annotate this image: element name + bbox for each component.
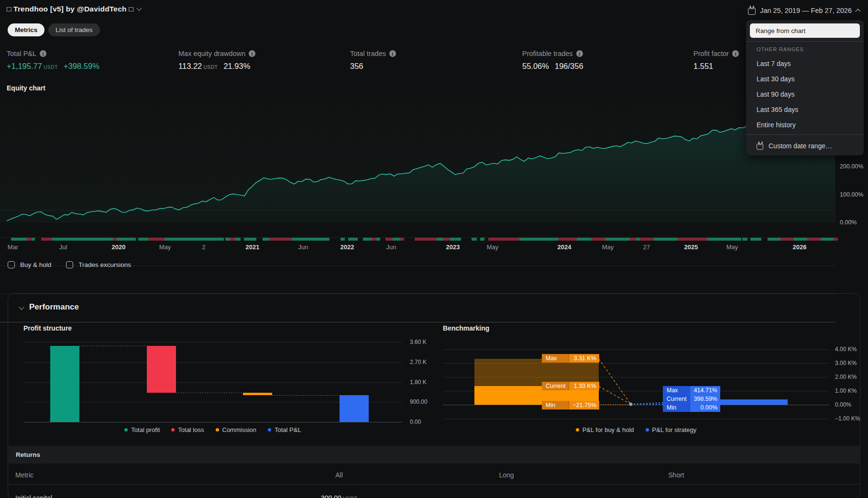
strip-segment — [244, 238, 256, 241]
overlay-toggles: Buy & hold Trades excursions — [8, 261, 131, 268]
y-axis-label: 4.00 K% — [835, 346, 857, 353]
stat-value-main: 55.06% — [522, 62, 549, 71]
info-icon[interactable]: i — [249, 50, 255, 57]
legend-item: Total profit — [124, 426, 160, 433]
y-axis-label: 0.00% — [835, 401, 851, 408]
strategy-stat-key: Max — [663, 386, 690, 395]
benchmarking-title: Benchmarking — [443, 324, 489, 332]
returns-section-header[interactable]: Returns — [9, 446, 859, 464]
dropdown-item-entire-history[interactable]: Entire history — [746, 118, 864, 132]
date-range-dropdown: Range from chart OTHER RANGES Last 7 day… — [746, 20, 864, 155]
stat-value-main: 113.22 — [178, 62, 202, 71]
waterfall-bar-1 — [147, 346, 176, 393]
legend-dot — [124, 428, 128, 432]
strip-segment — [376, 238, 380, 241]
column-header-all[interactable]: All — [335, 471, 343, 479]
legend-label: Commission — [222, 426, 257, 433]
dropdown-item-last-365-days[interactable]: Last 365 days — [746, 102, 864, 117]
column-header-long[interactable]: Long — [499, 471, 514, 479]
y-axis-label: 900.00 — [410, 398, 428, 405]
x-axis-label: 2022 — [341, 243, 354, 251]
strip-segment — [32, 238, 35, 241]
strip-segment — [372, 238, 376, 241]
view-tabs: Metrics List of trades — [8, 23, 100, 36]
dropdown-item-last-90-days[interactable]: Last 90 days — [746, 87, 864, 101]
equity-chart-title: Equity chart — [7, 84, 45, 92]
stat-value-extra: 21.93% — [223, 62, 250, 71]
buy-hold-stat-key: Current — [542, 382, 569, 390]
strip-segment — [640, 238, 654, 241]
x-axis-label: May — [159, 243, 171, 251]
gridline — [443, 405, 829, 405]
table-divider — [9, 484, 859, 485]
stat-block: Max equity drawdowni113.22USDT21.93% — [178, 50, 255, 71]
stat-value-suffix: USDT — [203, 64, 218, 70]
date-range-button[interactable]: Jan 25, 2019 — Feb 27, 2026 — [744, 4, 864, 17]
strip-segment — [41, 238, 52, 241]
legend-dot — [216, 428, 219, 432]
checkbox-icon — [66, 261, 73, 268]
strip-segment — [235, 238, 241, 241]
x-axis-label: Mar — [8, 243, 18, 251]
stat-value: +1,195.77USDT+398.59% — [7, 62, 99, 71]
info-icon[interactable]: i — [40, 50, 46, 57]
strategy-bar — [719, 399, 788, 405]
strip-segment — [519, 238, 558, 241]
dropdown-item-range-from-chart[interactable]: Range from chart — [750, 23, 860, 38]
strip-segment — [592, 238, 605, 241]
strip-segment — [341, 238, 345, 241]
strategy-stat-value: 414.71% — [690, 386, 720, 395]
column-header-metric[interactable]: Metric — [15, 471, 33, 479]
stat-block: Profit factori1.551 — [693, 50, 739, 71]
gridline — [443, 349, 829, 350]
y-axis-label: 0.00 — [410, 419, 421, 425]
x-axis-label: 2024 — [558, 243, 571, 251]
stat-value-main: +1,195.77 — [7, 62, 42, 71]
legend-label: Total profit — [131, 426, 160, 433]
x-axis-label: Jul — [59, 243, 67, 251]
x-axis-label: Jun — [298, 243, 308, 251]
strip-segment — [480, 238, 484, 241]
strategy-stat-key: Min — [663, 403, 690, 412]
equity-chart[interactable]: 200.00%100.00%0.00% MarJul2020May22021Ju… — [0, 100, 868, 254]
collapse-chevron-icon[interactable] — [19, 304, 24, 310]
strip-segment — [113, 238, 117, 241]
y-axis-label: 1.80 K — [410, 379, 427, 386]
stat-value-extra: +398.59% — [64, 62, 99, 71]
info-icon[interactable]: i — [576, 50, 583, 57]
buy-hold-stat-key: Min — [542, 401, 569, 409]
x-axis-label: 2026 — [793, 243, 807, 251]
tab-metrics[interactable]: Metrics — [8, 23, 44, 36]
strip-segment — [636, 238, 640, 241]
buy-hold-stat-key: Max — [542, 354, 569, 363]
trades-excursions-checkbox[interactable]: Trades excursions — [66, 261, 131, 268]
strip-segment — [780, 238, 794, 241]
strip-segment — [165, 238, 224, 241]
buy-and-hold-checkbox[interactable]: Buy & hold — [8, 261, 51, 268]
gridline — [23, 422, 402, 422]
buy-hold-stat-row: Min−21.75% — [542, 401, 599, 409]
x-axis-label: May — [487, 243, 499, 251]
column-header-short[interactable]: Short — [668, 471, 684, 479]
x-axis-label: 2025 — [684, 243, 698, 251]
info-icon[interactable]: i — [389, 50, 396, 57]
y-axis-label: −1.00 K% — [835, 415, 860, 422]
chevron-down-icon[interactable] — [136, 5, 142, 11]
trade-result-strip — [0, 238, 835, 241]
info-icon[interactable]: i — [732, 50, 739, 57]
stat-value-main: 356 — [350, 62, 363, 71]
strip-segment — [443, 238, 450, 241]
dropdown-item-last-7-days[interactable]: Last 7 days — [746, 56, 864, 71]
tab-list-of-trades[interactable]: List of trades — [48, 23, 99, 36]
legend-dot — [646, 428, 649, 432]
stat-label: Max equity drawdowni — [178, 50, 255, 57]
strip-segment — [794, 238, 807, 241]
y-axis-label: 100.00% — [840, 191, 863, 198]
dropdown-item-last-30-days[interactable]: Last 30 days — [746, 72, 864, 86]
calendar-icon — [748, 8, 756, 15]
stat-label: Profitable tradesi — [522, 50, 583, 57]
strip-segment — [52, 238, 113, 241]
strip-segment — [768, 238, 780, 241]
dropdown-item-custom-date-range[interactable]: Custom date range… — [757, 140, 832, 152]
waterfall-bar-3 — [340, 395, 369, 422]
